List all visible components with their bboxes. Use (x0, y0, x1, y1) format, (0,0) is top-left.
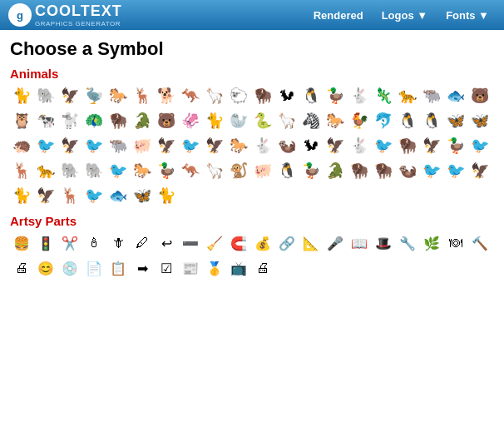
symbol-item[interactable]: 🔗 (275, 231, 299, 255)
symbol-item[interactable]: 📖 (348, 231, 371, 255)
symbol-item[interactable]: 🐩 (58, 109, 82, 132)
symbol-item[interactable]: 🐦 (82, 184, 106, 207)
symbol-item[interactable]: 🐑 (227, 84, 250, 107)
symbol-item[interactable]: 🐇 (251, 134, 274, 157)
symbol-item[interactable]: 🐻 (155, 109, 178, 132)
symbol-item[interactable]: 🐎 (106, 84, 130, 107)
symbol-item[interactable]: 🐖 (131, 134, 154, 157)
symbol-item[interactable]: 🐇 (348, 84, 371, 107)
symbol-item[interactable]: 🦌 (10, 159, 33, 182)
symbol-item[interactable]: 🦙 (203, 84, 226, 107)
symbol-item[interactable]: ➖ (179, 231, 202, 255)
symbol-item[interactable]: 🐦 (82, 134, 106, 157)
symbol-item[interactable]: 🗡 (106, 231, 130, 255)
symbol-item[interactable]: 🖨 (10, 256, 33, 280)
symbol-item[interactable]: 🐦 (179, 134, 202, 157)
symbol-item[interactable]: 🐎 (131, 159, 154, 182)
symbol-item[interactable]: 📰 (179, 256, 202, 280)
symbol-item[interactable]: 🦬 (372, 159, 395, 182)
symbol-item[interactable]: 🐧 (299, 84, 323, 107)
symbol-item[interactable]: 🦭 (227, 109, 250, 132)
symbol-item[interactable]: 🦔 (10, 134, 33, 157)
symbol-item[interactable]: 🐧 (275, 159, 299, 182)
symbol-item[interactable]: 🦆 (155, 159, 178, 182)
symbol-item[interactable]: 🌿 (420, 231, 443, 255)
symbol-item[interactable]: 🦦 (275, 134, 299, 157)
symbol-item[interactable]: 🐄 (34, 109, 57, 132)
symbol-item[interactable]: 😊 (34, 256, 57, 280)
symbol-item[interactable]: 🐆 (34, 159, 57, 182)
symbol-item[interactable]: 🥇 (203, 256, 226, 280)
symbol-item[interactable]: 🐦 (420, 159, 443, 182)
symbol-item[interactable]: 🦬 (396, 134, 419, 157)
symbol-item[interactable]: 🐎 (227, 134, 250, 157)
symbol-item[interactable]: 🍽 (444, 231, 467, 255)
symbol-item[interactable]: 🐬 (372, 109, 395, 132)
symbol-item[interactable]: 🦅 (155, 134, 178, 157)
nav-rendered[interactable]: Rendered (307, 7, 370, 23)
symbol-item[interactable]: 🍔 (10, 231, 33, 255)
symbol-item[interactable]: 🐕 (155, 84, 178, 107)
symbol-item[interactable]: 🦉 (10, 109, 33, 132)
symbol-item[interactable]: 🦅 (58, 134, 82, 157)
symbol-item[interactable]: 🐦 (468, 134, 492, 157)
symbol-item[interactable]: 🐦 (444, 159, 467, 182)
symbol-item[interactable]: 🦌 (131, 84, 154, 107)
symbol-item[interactable]: 🦋 (468, 109, 492, 132)
symbol-item[interactable]: 🦌 (58, 184, 82, 207)
symbol-item[interactable]: 🐈 (203, 109, 226, 132)
symbol-item[interactable]: 🎩 (372, 231, 395, 255)
symbol-item[interactable]: 📐 (299, 231, 323, 255)
symbol-item[interactable]: 🦅 (34, 184, 57, 207)
symbol-item[interactable]: 🦑 (179, 109, 202, 132)
symbol-item[interactable]: 🐟 (444, 84, 467, 107)
symbol-item[interactable]: 🚦 (34, 231, 57, 255)
symbol-item[interactable]: 🐊 (324, 159, 347, 182)
symbol-item[interactable]: 🦅 (324, 134, 347, 157)
symbol-item[interactable]: 🦘 (179, 84, 202, 107)
symbol-item[interactable]: 🔨 (468, 231, 492, 255)
symbol-item[interactable]: 🦬 (106, 109, 130, 132)
symbol-item[interactable]: 🦬 (348, 159, 371, 182)
symbol-item[interactable]: 🐊 (131, 109, 154, 132)
symbol-item[interactable]: 📄 (82, 256, 106, 280)
symbol-item[interactable]: 🐟 (106, 184, 130, 207)
symbol-item[interactable]: 🦅 (420, 134, 443, 157)
symbol-item[interactable]: 🖊 (131, 231, 154, 255)
symbol-item[interactable]: 🦅 (468, 159, 492, 182)
symbol-item[interactable]: 🐃 (106, 134, 130, 157)
symbol-item[interactable]: 🦦 (396, 159, 419, 182)
symbol-item[interactable]: 🐦 (106, 159, 130, 182)
symbol-item[interactable]: 💰 (251, 231, 274, 255)
symbol-item[interactable]: 🦙 (203, 159, 226, 182)
symbol-item[interactable]: 🐧 (396, 109, 419, 132)
symbol-item[interactable]: 🦅 (58, 84, 82, 107)
symbol-item[interactable]: 🐒 (227, 159, 250, 182)
symbol-item[interactable]: 🐘 (58, 159, 82, 182)
symbol-item[interactable]: 🦚 (82, 109, 106, 132)
symbol-item[interactable]: 🦆 (444, 134, 467, 157)
symbol-item[interactable]: 🐖 (251, 159, 274, 182)
symbol-item[interactable]: 🦎 (372, 84, 395, 107)
symbol-item[interactable]: 🐻 (468, 84, 492, 107)
symbol-item[interactable]: 🐃 (420, 84, 443, 107)
symbol-item[interactable]: 🐘 (82, 159, 106, 182)
symbol-item[interactable]: 🖨 (251, 256, 274, 280)
nav-fonts[interactable]: Fonts ▼ (439, 7, 496, 23)
symbol-item[interactable]: 🔧 (396, 231, 419, 255)
symbol-item[interactable]: 🦙 (275, 109, 299, 132)
symbol-item[interactable]: 🦋 (444, 109, 467, 132)
symbol-item[interactable]: 🐇 (348, 134, 371, 157)
symbol-item[interactable]: 🦬 (251, 84, 274, 107)
symbol-item[interactable]: ➡ (131, 256, 154, 280)
symbol-item[interactable]: 🐍 (251, 109, 274, 132)
symbol-item[interactable]: 🦋 (131, 184, 154, 207)
symbol-item[interactable]: 📋 (106, 256, 130, 280)
symbol-item[interactable]: 🐈 (10, 84, 33, 107)
symbol-item[interactable]: 📺 (227, 256, 250, 280)
symbol-item[interactable]: ↩ (155, 231, 178, 255)
nav-logos[interactable]: Logos ▼ (375, 7, 434, 23)
symbol-item[interactable]: 🧹 (203, 231, 226, 255)
symbol-item[interactable]: 🧲 (227, 231, 250, 255)
symbol-item[interactable]: 🕯 (82, 231, 106, 255)
